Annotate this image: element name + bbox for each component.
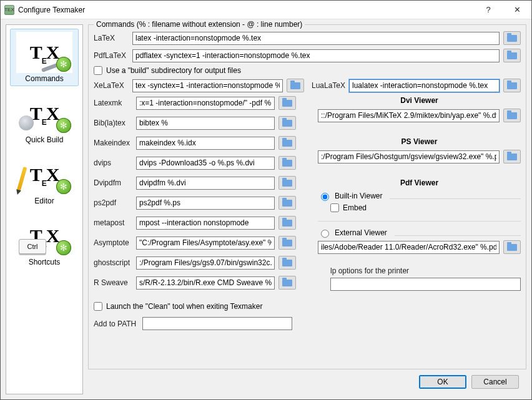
external-viewer-radio[interactable] bbox=[321, 230, 329, 238]
ps2pdf-input[interactable] bbox=[136, 197, 275, 210]
bibtex-input[interactable] bbox=[136, 117, 275, 130]
add-to-path-label: Add to PATH bbox=[94, 320, 139, 328]
use-build-dir-label: Use a "build" subdirectory for output fi… bbox=[106, 66, 241, 75]
dvips-input[interactable] bbox=[136, 157, 275, 170]
ghostscript-input[interactable] bbox=[136, 256, 275, 270]
launch-clean-checkbox[interactable] bbox=[94, 302, 102, 311]
sidebar-item-label: Commands bbox=[25, 74, 63, 83]
folder-icon bbox=[507, 52, 517, 59]
asymptote-input[interactable] bbox=[136, 237, 275, 250]
add-to-path-input[interactable] bbox=[142, 317, 292, 330]
dvi-viewer-header: Dvi Viewer bbox=[318, 96, 521, 105]
ps-viewer-input[interactable] bbox=[318, 150, 500, 163]
dvips-label: dvips bbox=[94, 159, 132, 167]
use-build-dir-checkbox[interactable] bbox=[94, 66, 102, 75]
latex-label: LaTeX bbox=[94, 34, 129, 42]
sidebar-item-commands[interactable]: TEX Commands bbox=[10, 29, 79, 86]
sidebar-item-label: Editor bbox=[34, 197, 54, 205]
makeindex-browse-button[interactable] bbox=[278, 136, 296, 150]
external-viewer-browse-button[interactable] bbox=[503, 240, 521, 254]
folder-icon bbox=[282, 140, 292, 147]
metapost-label: metapost bbox=[94, 218, 132, 227]
ok-button[interactable]: OK bbox=[419, 375, 466, 389]
builtin-viewer-radio[interactable] bbox=[321, 193, 329, 201]
dvips-browse-button[interactable] bbox=[278, 156, 296, 170]
folder-icon bbox=[282, 220, 292, 227]
latex-input[interactable] bbox=[132, 32, 500, 45]
folder-icon bbox=[282, 180, 292, 187]
sidebar-item-quickbuild[interactable]: TEX Quick Build bbox=[10, 90, 79, 147]
ps2pdf-browse-button[interactable] bbox=[278, 196, 296, 210]
sidebar: TEX Commands TEX Quick Build TEX Editor bbox=[6, 24, 83, 394]
rsweave-input[interactable] bbox=[136, 276, 275, 290]
cancel-button[interactable]: Cancel bbox=[471, 375, 519, 389]
lualatex-label: LuaLaTeX bbox=[312, 81, 345, 90]
latexmk-label: Latexmk bbox=[94, 99, 132, 107]
lp-options-input[interactable] bbox=[330, 278, 521, 291]
close-button[interactable]: ✕ bbox=[503, 1, 531, 19]
makeindex-label: Makeindex bbox=[94, 139, 132, 147]
latexmk-browse-button[interactable] bbox=[278, 96, 296, 110]
app-icon: TEX bbox=[4, 5, 14, 15]
group-legend: Commands (% : filename without extension… bbox=[94, 20, 305, 29]
asymptote-browse-button[interactable] bbox=[278, 236, 296, 250]
ps-viewer-browse-button[interactable] bbox=[503, 150, 521, 163]
config-dialog: TEX Configure Texmaker ? ✕ TEX Commands … bbox=[0, 0, 532, 400]
folder-icon bbox=[507, 82, 517, 89]
sidebar-item-label: Quick Build bbox=[26, 135, 64, 144]
lualatex-input[interactable] bbox=[349, 79, 500, 92]
pdflatex-label: PdfLaTeX bbox=[94, 51, 129, 60]
bibtex-browse-button[interactable] bbox=[278, 116, 296, 130]
folder-icon bbox=[282, 200, 292, 207]
embed-checkbox[interactable] bbox=[330, 203, 339, 212]
ps-viewer-header: PS Viewer bbox=[318, 137, 521, 146]
dvi-viewer-browse-button[interactable] bbox=[503, 109, 521, 122]
rsweave-browse-button[interactable] bbox=[278, 276, 296, 290]
help-button[interactable]: ? bbox=[474, 1, 503, 19]
folder-icon bbox=[507, 112, 517, 119]
launch-clean-label: Launch the "Clean" tool when exiting Tex… bbox=[106, 302, 262, 311]
latexmk-input[interactable] bbox=[136, 97, 275, 110]
quickbuild-icon: TEX bbox=[16, 93, 72, 134]
ghostscript-browse-button[interactable] bbox=[278, 256, 296, 270]
lp-options-label: lp options for the printer bbox=[330, 266, 409, 275]
folder-icon bbox=[282, 100, 292, 107]
dialog-footer: OK Cancel bbox=[88, 369, 526, 394]
pdflatex-input[interactable] bbox=[132, 49, 500, 62]
ghostscript-label: ghostscript bbox=[94, 258, 132, 267]
commands-icon: TEX bbox=[16, 32, 72, 73]
dvipdfm-browse-button[interactable] bbox=[278, 176, 296, 190]
titlebar: TEX Configure Texmaker ? ✕ bbox=[1, 1, 531, 19]
xelatex-input[interactable] bbox=[132, 79, 283, 92]
pdflatex-browse-button[interactable] bbox=[503, 49, 521, 62]
xelatex-label: XeLaTeX bbox=[94, 81, 129, 90]
dvipdfm-label: Dvipdfm bbox=[94, 178, 132, 187]
bibtex-label: Bib(la)tex bbox=[94, 119, 132, 127]
folder-icon bbox=[282, 240, 292, 246]
lualatex-browse-button[interactable] bbox=[503, 79, 521, 92]
sidebar-item-shortcuts[interactable]: TEX Ctrl Shortcuts bbox=[10, 212, 79, 270]
rsweave-label: R Sweave bbox=[94, 278, 132, 287]
folder-icon bbox=[282, 260, 292, 266]
ps2pdf-label: ps2pdf bbox=[94, 198, 132, 207]
dvi-viewer-input[interactable] bbox=[318, 109, 500, 122]
folder-icon bbox=[290, 82, 300, 89]
pdf-viewer-header: Pdf Viewer bbox=[318, 178, 521, 187]
folder-icon bbox=[507, 35, 517, 42]
latex-browse-button[interactable] bbox=[503, 31, 521, 45]
makeindex-input[interactable] bbox=[136, 137, 275, 150]
commands-group: Commands (% : filename without extension… bbox=[88, 24, 526, 369]
xelatex-browse-button[interactable] bbox=[287, 79, 304, 92]
sidebar-item-editor[interactable]: TEX Editor bbox=[10, 151, 79, 208]
asymptote-label: Asymptote bbox=[94, 238, 132, 247]
dvipdfm-input[interactable] bbox=[136, 177, 275, 190]
folder-icon bbox=[507, 154, 517, 160]
window-title: Configure Texmaker bbox=[18, 6, 85, 14]
external-viewer-label: External Viewer bbox=[335, 228, 387, 237]
editor-icon: TEX bbox=[16, 154, 72, 195]
external-viewer-input[interactable] bbox=[318, 241, 500, 254]
folder-icon bbox=[507, 244, 517, 251]
embed-label: Embed bbox=[343, 203, 367, 212]
metapost-browse-button[interactable] bbox=[278, 216, 296, 230]
metapost-input[interactable] bbox=[136, 217, 275, 230]
